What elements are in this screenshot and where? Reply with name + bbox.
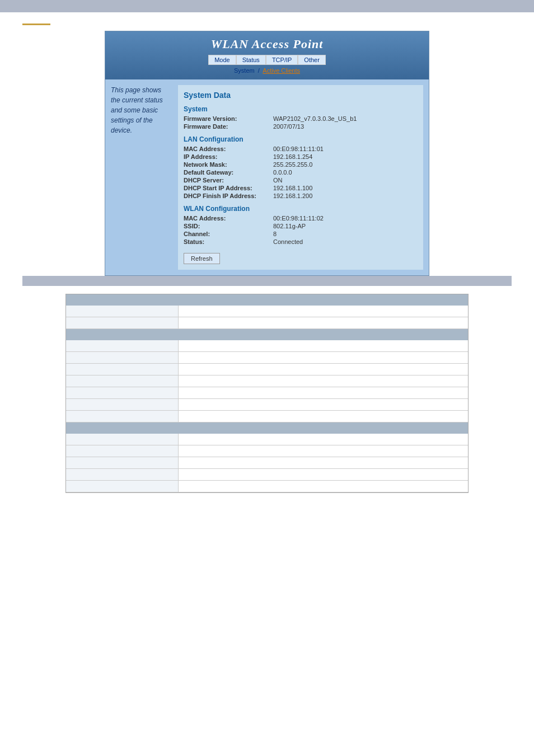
lan-mac-value: 00:E0:98:11:11:01 bbox=[273, 145, 324, 152]
lower-section-1-header bbox=[66, 294, 468, 306]
main-panel: WLAN Access Point Mode Status TCP/IP Oth… bbox=[105, 31, 429, 276]
lower-row-3-4 bbox=[66, 469, 468, 481]
lan-dhcp-server-label: DHCP Server: bbox=[184, 177, 273, 184]
lower-cell-2-5-label bbox=[66, 387, 178, 399]
sidebar-description: This page shows the current status and s… bbox=[111, 85, 172, 270]
lower-cell-1-2-value bbox=[178, 317, 468, 329]
lower-row-2-5 bbox=[66, 387, 468, 399]
lan-gateway-label: Default Gateway: bbox=[184, 169, 273, 176]
lower-table bbox=[66, 294, 468, 492]
wlan-ssid-label: SSID: bbox=[184, 223, 273, 229]
lower-cell-3-2-value bbox=[178, 445, 468, 457]
section-title-main: System Data bbox=[184, 91, 418, 100]
nav-active-clients-link[interactable]: Active Clients bbox=[263, 67, 300, 74]
lower-row-3-5 bbox=[66, 481, 468, 492]
firmware-date-label: Firmware Date: bbox=[184, 123, 273, 130]
firmware-date-value: 2007/07/13 bbox=[273, 123, 304, 130]
lan-ip-value: 192.168.1.254 bbox=[273, 153, 312, 160]
lower-row-2-7 bbox=[66, 411, 468, 422]
lower-row-2-1 bbox=[66, 340, 468, 352]
lan-dhcp-start-label: DHCP Start IP Address: bbox=[184, 185, 273, 191]
panel-title: WLAN Access Point bbox=[111, 37, 423, 51]
lan-mask-value: 255.255.255.0 bbox=[273, 161, 312, 168]
lower-cell-2-5-value bbox=[178, 387, 468, 399]
lower-cell-2-4-value bbox=[178, 375, 468, 387]
firmware-version-label: Firmware Version: bbox=[184, 115, 273, 122]
lan-mask-row: Network Mask: 255.255.255.0 bbox=[184, 161, 418, 168]
lower-row-2-4 bbox=[66, 375, 468, 387]
tab-mode[interactable]: Mode bbox=[208, 55, 236, 65]
lan-gateway-value: 0.0.0.0 bbox=[273, 169, 292, 176]
lan-dhcp-finish-value: 192.168.1.200 bbox=[273, 192, 312, 199]
lower-row-2-6 bbox=[66, 399, 468, 411]
lower-cell-2-3-value bbox=[178, 364, 468, 375]
lan-gateway-row: Default Gateway: 0.0.0.0 bbox=[184, 169, 418, 176]
lower-section-2-header bbox=[66, 329, 468, 341]
lan-dhcp-start-row: DHCP Start IP Address: 192.168.1.100 bbox=[184, 185, 418, 191]
content-area: System Data System Firmware Version: WAP… bbox=[178, 85, 423, 270]
lower-cell-3-3-label bbox=[66, 457, 178, 469]
panel-header: WLAN Access Point Mode Status TCP/IP Oth… bbox=[105, 31, 429, 79]
nav-system-link[interactable]: System bbox=[234, 67, 255, 74]
page-wrapper: WLAN Access Point Mode Status TCP/IP Oth… bbox=[0, 12, 534, 504]
bottom-bar bbox=[22, 276, 512, 286]
lower-cell-2-1-label bbox=[66, 340, 178, 352]
lower-cell-1-1-label bbox=[66, 306, 178, 317]
lower-cell-2-6-value bbox=[178, 399, 468, 411]
wlan-channel-row: Channel: 8 bbox=[184, 231, 418, 237]
lan-dhcp-server-value: ON bbox=[273, 177, 283, 184]
lower-cell-2-3-label bbox=[66, 364, 178, 375]
lower-cell-2-1-value bbox=[178, 340, 468, 352]
wlan-status-value: Connected bbox=[273, 238, 303, 245]
lower-row-3-1 bbox=[66, 434, 468, 445]
lan-ip-label: IP Address: bbox=[184, 153, 273, 160]
lower-cell-2-6-label bbox=[66, 399, 178, 411]
wlan-channel-value: 8 bbox=[273, 231, 277, 237]
lower-row-3-3 bbox=[66, 457, 468, 469]
wlan-section-title: WLAN Configuration bbox=[184, 205, 418, 213]
lan-dhcp-finish-label: DHCP Finish IP Address: bbox=[184, 192, 273, 199]
tab-other[interactable]: Other bbox=[298, 55, 326, 65]
system-section-title: System bbox=[184, 105, 418, 113]
lower-cell-2-2-label bbox=[66, 352, 178, 364]
lan-section-title: LAN Configuration bbox=[184, 135, 418, 143]
nav-tabs: Mode Status TCP/IP Other bbox=[111, 55, 423, 65]
lower-section-3-header bbox=[66, 422, 468, 434]
lower-section bbox=[65, 294, 469, 493]
lower-cell-2-7-value bbox=[178, 411, 468, 422]
wlan-mac-label: MAC Address: bbox=[184, 215, 273, 222]
panel-body: This page shows the current status and s… bbox=[105, 79, 429, 275]
lan-ip-row: IP Address: 192.168.1.254 bbox=[184, 153, 418, 160]
lower-cell-2-7-label bbox=[66, 411, 178, 422]
lower-cell-3-4-value bbox=[178, 469, 468, 481]
wlan-ssid-value: 802.11g-AP bbox=[273, 223, 306, 229]
lower-cell-2-2-value bbox=[178, 352, 468, 364]
lower-cell-3-5-label bbox=[66, 481, 178, 492]
firmware-version-value: WAP2102_v7.0.3.0.3e_US_b1 bbox=[273, 115, 357, 122]
lower-cell-3-1-label bbox=[66, 434, 178, 445]
wlan-ssid-row: SSID: 802.11g-AP bbox=[184, 223, 418, 229]
lan-mac-row: MAC Address: 00:E0:98:11:11:01 bbox=[184, 145, 418, 152]
firmware-version-row: Firmware Version: WAP2102_v7.0.3.0.3e_US… bbox=[184, 115, 418, 122]
lan-dhcp-start-value: 192.168.1.100 bbox=[273, 185, 312, 191]
wlan-mac-row: MAC Address: 00:E0:98:11:11:02 bbox=[184, 215, 418, 222]
wlan-status-row: Status: Connected bbox=[184, 238, 418, 245]
lower-cell-3-1-value bbox=[178, 434, 468, 445]
lan-dhcp-server-row: DHCP Server: ON bbox=[184, 177, 418, 184]
lan-dhcp-finish-row: DHCP Finish IP Address: 192.168.1.200 bbox=[184, 192, 418, 199]
lower-row-3-2 bbox=[66, 445, 468, 457]
lower-cell-3-3-value bbox=[178, 457, 468, 469]
lower-row-1-2 bbox=[66, 317, 468, 329]
wlan-channel-label: Channel: bbox=[184, 231, 273, 237]
lan-mac-label: MAC Address: bbox=[184, 145, 273, 152]
wlan-mac-value: 00:E0:98:11:11:02 bbox=[273, 215, 324, 222]
tab-status[interactable]: Status bbox=[236, 55, 266, 65]
refresh-button[interactable]: Refresh bbox=[184, 253, 220, 264]
tab-tcpip[interactable]: TCP/IP bbox=[266, 55, 298, 65]
top-bar bbox=[0, 0, 534, 12]
lower-row-2-3 bbox=[66, 364, 468, 375]
lower-cell-3-2-label bbox=[66, 445, 178, 457]
underline-bar bbox=[22, 24, 50, 25]
lower-row-2-2 bbox=[66, 352, 468, 364]
lower-row-1-1 bbox=[66, 306, 468, 317]
